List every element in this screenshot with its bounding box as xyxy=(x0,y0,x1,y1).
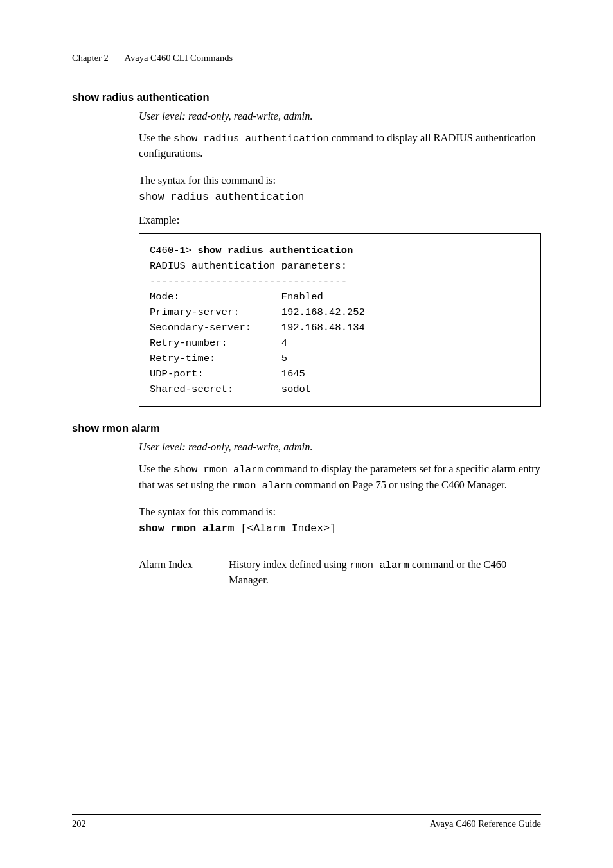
param-desc-command: rmon alarm xyxy=(350,560,409,571)
example-line: Shared-secret: sodot xyxy=(150,384,311,395)
example-line: UDP-port: 1645 xyxy=(150,368,305,380)
example-line: Mode: Enabled xyxy=(150,291,323,303)
example-typed-command: show radius authentication xyxy=(197,245,353,256)
syntax-command: show rmon alarm [<Alarm Index>] xyxy=(139,521,541,536)
page-number: 202 xyxy=(72,819,86,829)
chapter-title: Avaya C460 CLI Commands xyxy=(125,53,233,63)
page-footer: 202 Avaya C460 Reference Guide xyxy=(72,814,541,829)
example-line: --------------------------------- xyxy=(150,276,347,287)
syntax-lead: The syntax for this command is: xyxy=(139,173,541,188)
example-line: Retry-number: 4 xyxy=(150,337,287,349)
section-title-show-radius-authentication: show radius authentication xyxy=(72,91,541,103)
desc-pre-text: Use the xyxy=(139,132,173,144)
example-output-box: C460-1> show radius authentication RADIU… xyxy=(139,233,541,407)
syntax-bold-part: show rmon alarm xyxy=(139,522,235,535)
desc-post-text: command on Page 75 or using the C460 Man… xyxy=(292,479,507,491)
syntax-lead: The syntax for this command is: xyxy=(139,504,541,520)
example-line: Secondary-server: 192.168.48.134 xyxy=(150,322,365,333)
desc-command-inline: show rmon alarm xyxy=(173,464,263,475)
chapter-number: Chapter 2 xyxy=(72,53,109,63)
example-line: Primary-server: 192.168.42.252 xyxy=(150,306,365,318)
example-line: RADIUS authentication parameters: xyxy=(150,260,347,272)
user-level-note: User level: read-only, read-write, admin… xyxy=(139,439,541,455)
example-label: Example: xyxy=(139,214,541,227)
example-line: Retry-time: 5 xyxy=(150,353,287,364)
section-title-show-rmon-alarm: show rmon alarm xyxy=(72,422,541,434)
param-desc-pre: History index defined using xyxy=(229,558,350,571)
user-level-note: User level: read-only, read-write, admin… xyxy=(139,109,541,124)
description-paragraph: Use the show radius authentication comma… xyxy=(139,130,541,161)
desc-command-inline: show radius authentication xyxy=(173,133,329,145)
parameter-description: History index defined using rmon alarm c… xyxy=(229,557,541,588)
running-header: Chapter 2 Avaya C460 CLI Commands xyxy=(72,53,541,69)
description-paragraph: Use the show rmon alarm command to displ… xyxy=(139,461,541,493)
parameter-row: Alarm Index History index defined using … xyxy=(139,557,541,588)
desc-pre-text: Use the xyxy=(139,463,173,475)
example-prompt: C460-1> xyxy=(150,245,197,256)
syntax-rest-part: [<Alarm Index>] xyxy=(235,522,336,535)
syntax-command: show radius authentication xyxy=(139,190,541,205)
desc-command-inline: rmon alarm xyxy=(232,480,292,492)
parameter-name: Alarm Index xyxy=(139,557,229,588)
document-title: Avaya C460 Reference Guide xyxy=(430,819,541,829)
